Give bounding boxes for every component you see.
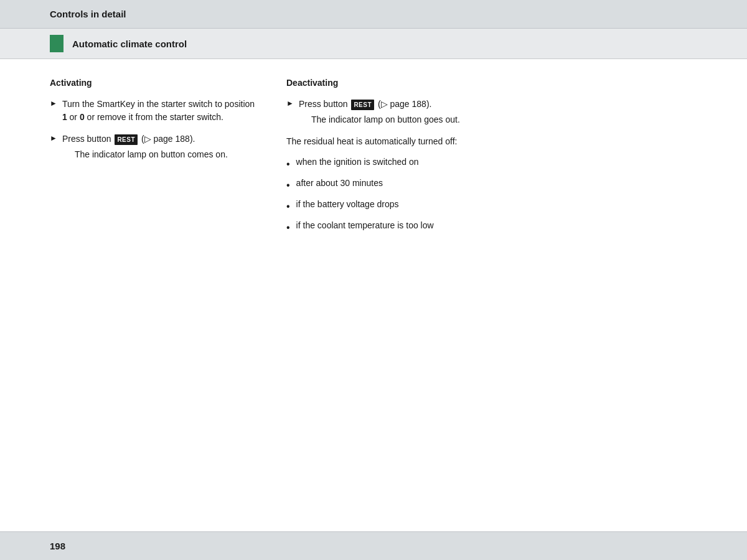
arrow-marker-2: ►	[50, 134, 57, 142]
section-bar: Automatic climate control	[0, 29, 747, 59]
activating-subnote: The indicator lamp on button comes on.	[75, 148, 228, 161]
activating-step-1-text: Turn the SmartKey in the starter switch …	[62, 98, 261, 124]
deactivating-heading: Deactivating	[286, 78, 498, 88]
bullet-text-coolant: if the coolant temperature is too low	[296, 219, 434, 232]
position-1: 1	[62, 112, 67, 122]
bullet-item-ignition: • when the ignition is switched on	[286, 156, 498, 172]
activating-step-2-content: Press button REST (▷ page 188). The indi…	[62, 133, 228, 161]
bullet-dot-2: •	[286, 178, 290, 193]
deactivating-step-1-content: Press button REST (▷ page 188). The indi…	[299, 98, 460, 126]
deactivating-column: Deactivating ► Press button REST (▷ page…	[286, 78, 498, 240]
page-number: 198	[50, 541, 65, 551]
auto-turn-off-list: • when the ignition is switched on • aft…	[286, 156, 498, 235]
activating-column: Activating ► Turn the SmartKey in the st…	[50, 78, 261, 170]
columns-container: Activating ► Turn the SmartKey in the st…	[50, 78, 697, 240]
bullet-dot-3: •	[286, 199, 290, 214]
position-0: 0	[80, 112, 85, 122]
residual-heat-note: The residual heat is automatically turne…	[286, 135, 498, 148]
activating-heading: Activating	[50, 78, 261, 88]
page-wrapper: Controls in detail Automatic climate con…	[0, 0, 747, 560]
bullet-item-coolant: • if the coolant temperature is too low	[286, 219, 498, 235]
deactivating-press-button-text: Press button REST (▷ page 188).	[299, 99, 432, 109]
main-content: Activating ► Turn the SmartKey in the st…	[0, 59, 747, 531]
rest-badge-right: REST	[351, 100, 374, 110]
deactivating-step-1: ► Press button REST (▷ page 188). The in…	[286, 98, 498, 126]
activating-instruction-list: ► Turn the SmartKey in the starter switc…	[50, 98, 261, 161]
section-title: Automatic climate control	[72, 39, 187, 49]
bullet-dot-1: •	[286, 157, 290, 172]
footer-bar: 198	[0, 531, 747, 560]
deactivating-arrow-marker-1: ►	[286, 99, 294, 108]
deactivating-instruction-list: ► Press button REST (▷ page 188). The in…	[286, 98, 498, 126]
header-title: Controls in detail	[50, 9, 126, 19]
bullet-text-battery: if the battery voltage drops	[296, 198, 399, 211]
rest-badge-left: REST	[115, 134, 138, 145]
bullet-item-battery: • if the battery voltage drops	[286, 198, 498, 214]
bullet-text-30min: after about 30 minutes	[296, 177, 383, 190]
bullet-item-30min: • after about 30 minutes	[286, 177, 498, 193]
header-bar: Controls in detail	[0, 0, 747, 29]
activating-press-button-text: Press button REST (▷ page 188).	[62, 134, 195, 144]
activating-step-2: ► Press button REST (▷ page 188). The in…	[50, 133, 261, 161]
green-tab-indicator	[50, 35, 63, 52]
bullet-text-ignition: when the ignition is switched on	[296, 156, 419, 169]
activating-step-1: ► Turn the SmartKey in the starter switc…	[50, 98, 261, 124]
deactivating-subnote: The indicator lamp on button goes out.	[311, 113, 460, 126]
arrow-marker-1: ►	[50, 99, 57, 108]
bullet-dot-4: •	[286, 220, 290, 235]
